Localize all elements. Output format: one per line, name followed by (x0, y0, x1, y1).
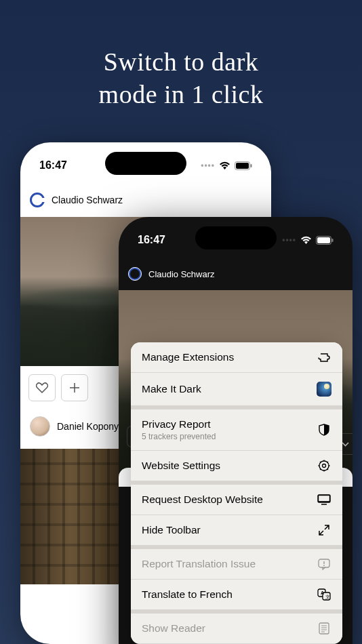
svg-point-7 (323, 464, 326, 468)
site-author: Claudio Schwarz (148, 269, 215, 279)
cellular-icon: •••• (201, 161, 215, 170)
wifi-icon (219, 161, 230, 170)
desktop-icon (317, 494, 331, 505)
status-time: 16:47 (138, 234, 165, 246)
menu-label: Privacy Report (142, 418, 216, 430)
reader-icon (317, 622, 331, 635)
like-button[interactable] (28, 374, 56, 401)
menu-item-hide-toolbar[interactable]: Hide Toolbar (131, 515, 342, 549)
plus-icon (69, 382, 80, 393)
menu-label: Show Reader (142, 622, 205, 635)
user-name: Daniel Koponya (57, 421, 124, 432)
dynamic-island (105, 152, 186, 175)
chevron-down-icon (342, 442, 349, 447)
menu-item-show-reader: Show Reader (131, 613, 342, 644)
svg-text:A: A (321, 590, 324, 595)
wifi-icon (300, 236, 312, 245)
menu-label: Website Settings (142, 460, 220, 472)
report-bubble-icon (317, 559, 331, 570)
site-author: Claudio Schwarz (52, 195, 123, 205)
svg-text:文: 文 (325, 595, 330, 599)
translate-icon: A文 (317, 588, 331, 601)
status-indicators: •••• (201, 161, 252, 170)
menu-label: Hide Toolbar (142, 524, 201, 536)
menu-label: Translate to French (142, 588, 233, 601)
menu-label: Make It Dark (142, 383, 201, 395)
svg-rect-1 (236, 163, 249, 169)
page-actions-menu: Manage Extensions Make It Dark Privacy R… (131, 342, 342, 644)
svg-point-22 (323, 565, 325, 566)
status-time: 16:47 (39, 159, 67, 172)
site-logo-icon (128, 267, 142, 281)
menu-label: Request Desktop Website (142, 494, 263, 506)
menu-item-translate[interactable]: Translate to French A文 (131, 580, 342, 613)
app-badge-icon (317, 382, 331, 397)
menu-label: Manage Extensions (142, 351, 234, 363)
menu-item-make-it-dark[interactable]: Make It Dark (131, 373, 342, 409)
marketing-headline: Switch to dark mode in 1 click (0, 46, 362, 110)
expand-icon (317, 525, 331, 536)
menu-item-privacy-report[interactable]: Privacy Report 5 trackers prevented (131, 409, 342, 451)
battery-icon (316, 236, 334, 245)
svg-rect-18 (319, 496, 329, 501)
menu-item-desktop-website[interactable]: Request Desktop Website (131, 485, 342, 515)
battery-icon (235, 161, 252, 170)
cellular-icon: •••• (282, 235, 296, 245)
add-button[interactable] (61, 374, 88, 401)
menu-item-manage-extensions[interactable]: Manage Extensions (131, 342, 342, 373)
svg-rect-4 (317, 237, 330, 243)
menu-sublabel: 5 trackers prevented (142, 432, 216, 441)
svg-rect-2 (251, 164, 252, 167)
menu-item-report-translation: Report Translation Issue (131, 549, 342, 580)
menu-item-website-settings[interactable]: Website Settings (131, 451, 342, 485)
menu-label: Report Translation Issue (142, 558, 256, 570)
gear-icon (317, 460, 331, 472)
user-avatar (30, 416, 50, 437)
puzzle-icon (317, 352, 331, 363)
site-logo-icon (30, 193, 45, 207)
svg-rect-5 (332, 239, 334, 242)
heart-icon (36, 382, 48, 393)
status-indicators: •••• (282, 235, 334, 245)
dynamic-island (195, 226, 277, 249)
shield-icon (317, 424, 331, 436)
